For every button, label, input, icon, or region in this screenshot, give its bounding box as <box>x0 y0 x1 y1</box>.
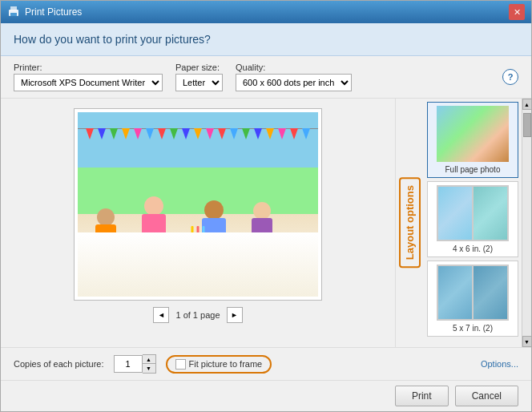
flag-10 <box>194 128 202 139</box>
printer-label: Printer: <box>14 63 163 72</box>
photo-preview <box>78 112 318 297</box>
scroll-down-button[interactable]: ▼ <box>522 336 532 347</box>
quality-label: Quality: <box>236 63 352 72</box>
layout-options-label: Layout options <box>399 177 421 268</box>
candles <box>191 226 205 236</box>
copies-spinner: ▲ ▼ <box>143 354 156 374</box>
photo-frame <box>74 108 322 301</box>
layout-thumb-4x6 <box>437 185 509 241</box>
settings-row: Printer: Microsoft XPS Document Writer P… <box>1 56 531 99</box>
fit-checkbox-group: Fit picture to frame <box>166 355 272 374</box>
page-indicator: ◄ 1 of 1 page ► <box>153 307 242 323</box>
title-bar: Print Pictures ✕ <box>1 1 531 23</box>
paper-size-group: Paper size: Letter <box>175 63 223 91</box>
flag-13 <box>230 128 238 139</box>
layout-thumb-full <box>437 106 509 162</box>
printer-icon <box>7 6 20 18</box>
bottom-bar: Copies of each picture: ▲ ▼ Fit picture … <box>1 347 531 380</box>
flag-7 <box>158 128 166 139</box>
paper-size-label: Paper size: <box>175 63 223 72</box>
flag-5 <box>134 128 142 139</box>
layout-thumbnails: Full page photo 4 x 6 in. (2) <box>424 99 522 347</box>
copies-input-group: ▲ ▼ <box>114 354 156 374</box>
printer-group: Printer: Microsoft XPS Document Writer <box>14 63 163 91</box>
thumb-full-bg <box>437 106 509 162</box>
child-3 <box>202 200 226 256</box>
prev-page-button[interactable]: ◄ <box>153 307 169 323</box>
action-buttons: Print Cancel <box>1 380 531 411</box>
next-page-button[interactable]: ► <box>227 307 243 323</box>
cancel-button[interactable]: Cancel <box>455 386 518 406</box>
cup-2 <box>135 255 150 273</box>
printer-select[interactable]: Microsoft XPS Document Writer <box>14 74 163 91</box>
page-text: 1 of 1 page <box>175 310 220 320</box>
flag-16 <box>266 128 274 139</box>
quality-select[interactable]: 600 x 600 dots per inch <box>236 74 352 91</box>
layout-4x6[interactable]: 4 x 6 in. (2) <box>427 181 518 257</box>
thumb-cell-3 <box>438 266 472 319</box>
title-bar-left: Print Pictures <box>7 6 82 18</box>
flag-11 <box>206 128 214 139</box>
dialog-title: Print Pictures <box>25 6 82 18</box>
flag-19 <box>302 128 310 139</box>
help-button[interactable]: ? <box>502 69 518 85</box>
paper-size-select[interactable]: Letter <box>175 74 223 91</box>
question-text: How do you want to print your pictures? <box>14 33 211 46</box>
flag-14 <box>242 128 250 139</box>
thumb-grid-5x7 <box>437 265 509 321</box>
flag-12 <box>218 128 226 139</box>
layout-5x7-label: 5 x 7 in. (2) <box>453 324 493 333</box>
preview-area: ◄ 1 of 1 page ► <box>1 99 395 347</box>
flag-18 <box>290 128 298 139</box>
print-pictures-dialog: Print Pictures ✕ How do you want to prin… <box>0 0 532 412</box>
table-surface <box>78 256 318 297</box>
flag-17 <box>278 128 286 139</box>
layout-5x7[interactable]: 5 x 7 in. (2) <box>427 261 518 337</box>
flag-3 <box>110 128 118 139</box>
flag-9 <box>182 128 190 139</box>
child-1 <box>94 208 118 256</box>
print-button[interactable]: Print <box>395 386 449 406</box>
scroll-thumb[interactable] <box>523 113 531 137</box>
copies-increment-button[interactable]: ▲ <box>143 355 155 364</box>
question-header: How do you want to print your pictures? <box>1 23 531 56</box>
copies-decrement-button[interactable]: ▼ <box>143 364 155 373</box>
layout-thumb-5x7 <box>437 265 509 321</box>
close-button[interactable]: ✕ <box>509 4 525 20</box>
layout-full-label: Full page photo <box>445 165 501 174</box>
flag-15 <box>254 128 262 139</box>
svg-rect-1 <box>10 6 17 10</box>
child-2 <box>142 196 166 256</box>
flag-8 <box>170 128 178 139</box>
layout-full-page[interactable]: Full page photo <box>427 102 518 178</box>
layout-panel: Layout options Full page photo <box>395 99 531 347</box>
bunting-decoration <box>78 124 318 140</box>
birthday-cake <box>178 236 218 269</box>
main-content: ◄ 1 of 1 page ► Layout options Full page… <box>1 99 531 347</box>
fit-to-frame-checkbox[interactable] <box>175 359 186 370</box>
cup-1 <box>118 252 132 273</box>
layout-4x6-label: 4 x 6 in. (2) <box>453 244 493 253</box>
thumb-cell-1 <box>438 187 472 240</box>
svg-rect-2 <box>10 13 17 16</box>
thumb-cell-4 <box>474 266 507 319</box>
flag-2 <box>98 128 106 139</box>
quality-group: Quality: 600 x 600 dots per inch <box>236 63 352 91</box>
scrollbar-track: ▲ ▼ <box>522 99 531 347</box>
scroll-up-button[interactable]: ▲ <box>522 99 532 110</box>
thumb-grid-4x6 <box>437 185 509 241</box>
flag-6 <box>146 128 154 139</box>
flag-1 <box>86 128 94 139</box>
options-link[interactable]: Options... <box>481 359 518 369</box>
child-4 <box>250 202 274 256</box>
copies-label: Copies of each picture: <box>14 359 104 369</box>
flag-4 <box>122 128 130 139</box>
fit-to-frame-label: Fit picture to frame <box>189 359 263 369</box>
copies-input[interactable] <box>114 355 143 373</box>
thumb-cell-2 <box>474 187 507 240</box>
